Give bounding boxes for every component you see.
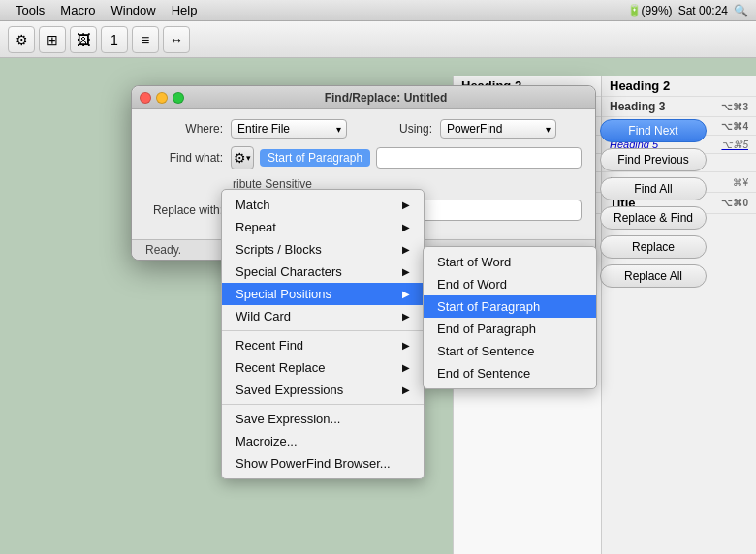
menu-bar: Tools Macro Window Help 🔋(99%) Sat 00:24… bbox=[0, 0, 756, 21]
menu-separator-1 bbox=[222, 330, 424, 331]
find-previous-button[interactable]: Find Previous bbox=[600, 148, 707, 171]
using-select-wrapper: PowerFind bbox=[440, 119, 556, 138]
context-menu: Match ▶ Repeat ▶ Scripts / Blocks ▶ Spec… bbox=[221, 189, 425, 479]
menu-item-repeat[interactable]: Repeat ▶ bbox=[222, 216, 424, 238]
submenu-start-sentence[interactable]: Start of Sentence bbox=[424, 340, 596, 362]
menu-item-save-expression[interactable]: Save Expression... bbox=[222, 408, 424, 430]
submenu-end-sentence[interactable]: End of Sentence bbox=[424, 362, 596, 385]
find-next-button[interactable]: Find Next bbox=[600, 119, 707, 142]
menu-item-show-browser[interactable]: Show PowerFind Browser... bbox=[222, 452, 424, 475]
toolbar-img-btn[interactable]: 🖼 bbox=[70, 26, 97, 53]
submenu-start-word[interactable]: Start of Word bbox=[424, 251, 596, 273]
menu-item-special-chars[interactable]: Special Characters ▶ bbox=[222, 261, 424, 283]
menu-item-recent-find[interactable]: Recent Find ▶ bbox=[222, 334, 424, 356]
menu-item-scripts[interactable]: Scripts / Blocks ▶ bbox=[222, 238, 424, 261]
traffic-lights bbox=[140, 92, 184, 104]
dialog-title: Find/Replace: Untitled bbox=[184, 91, 587, 105]
submenu-start-paragraph[interactable]: Start of Paragraph bbox=[424, 295, 596, 318]
using-label: Using: bbox=[355, 122, 432, 136]
find-tag[interactable]: Start of Paragraph bbox=[260, 149, 370, 167]
menu-macro[interactable]: Macro bbox=[52, 1, 103, 19]
find-input[interactable] bbox=[376, 147, 582, 169]
style-heading3[interactable]: Heading 3⌥⌘3 bbox=[602, 97, 756, 117]
menu-item-saved-expressions[interactable]: Saved Expressions ▶ bbox=[222, 379, 424, 401]
menu-bar-right: 🔋(99%) Sat 00:24 🔍 bbox=[627, 4, 748, 17]
replace-all-button[interactable]: Replace All bbox=[600, 264, 707, 288]
menu-window[interactable]: Window bbox=[103, 1, 163, 19]
where-row: Where: Entire File Using: PowerFind bbox=[145, 119, 582, 138]
submenu-end-word[interactable]: End of Word bbox=[424, 273, 596, 295]
find-gear-button[interactable]: ⚙▾ bbox=[231, 146, 254, 169]
where-select[interactable]: Entire File bbox=[231, 119, 347, 138]
menu-item-special-positions[interactable]: Special Positions ▶ bbox=[222, 283, 424, 305]
find-all-button[interactable]: Find All bbox=[600, 177, 707, 200]
menu-separator-2 bbox=[222, 404, 424, 405]
menu-item-wildcard[interactable]: Wild Card ▶ bbox=[222, 305, 424, 327]
clock: Sat 00:24 bbox=[678, 4, 728, 17]
dialog-buttons: Find Next Find Previous Find All Replace… bbox=[600, 119, 707, 288]
toolbar-indent-btn[interactable]: ≡ bbox=[132, 26, 159, 53]
find-what-row: Find what: ⚙▾ Start of Paragraph bbox=[145, 146, 582, 169]
special-positions-submenu: Start of Word End of Word Start of Parag… bbox=[423, 246, 597, 389]
using-select[interactable]: PowerFind bbox=[440, 119, 556, 138]
toolbar-num-btn[interactable]: 1 bbox=[101, 26, 128, 53]
where-label: Where: bbox=[145, 122, 223, 136]
find-field-wrapper: ⚙▾ Start of Paragraph bbox=[231, 146, 582, 169]
submenu-end-paragraph[interactable]: End of Paragraph bbox=[424, 318, 596, 340]
maximize-button[interactable] bbox=[173, 92, 184, 104]
toolbar-grid-btn[interactable]: ⊞ bbox=[39, 26, 66, 53]
replace-with-label: Replace with: bbox=[145, 203, 223, 217]
dialog-titlebar: Find/Replace: Untitled bbox=[132, 86, 595, 109]
menu-item-match[interactable]: Match ▶ bbox=[222, 194, 424, 216]
close-button[interactable] bbox=[140, 92, 151, 104]
menu-item-macroize[interactable]: Macroize... bbox=[222, 430, 424, 452]
menu-item-recent-replace[interactable]: Recent Replace ▶ bbox=[222, 356, 424, 379]
menu-tools[interactable]: Tools bbox=[8, 1, 52, 19]
replace-button[interactable]: Replace bbox=[600, 235, 707, 259]
toolbar: ⚙ ⊞ 🖼 1 ≡ ↔ bbox=[0, 21, 756, 58]
style-heading2[interactable]: Heading 2 bbox=[602, 76, 756, 97]
where-select-wrapper: Entire File bbox=[231, 119, 347, 138]
minimize-button[interactable] bbox=[156, 92, 168, 104]
toolbar-arrow-btn[interactable]: ↔ bbox=[163, 26, 190, 53]
replace-find-button[interactable]: Replace & Find bbox=[600, 206, 707, 230]
toolbar-settings-btn[interactable]: ⚙ bbox=[8, 26, 35, 53]
find-what-label: Find what: bbox=[145, 151, 223, 165]
menu-help[interactable]: Help bbox=[164, 1, 205, 19]
